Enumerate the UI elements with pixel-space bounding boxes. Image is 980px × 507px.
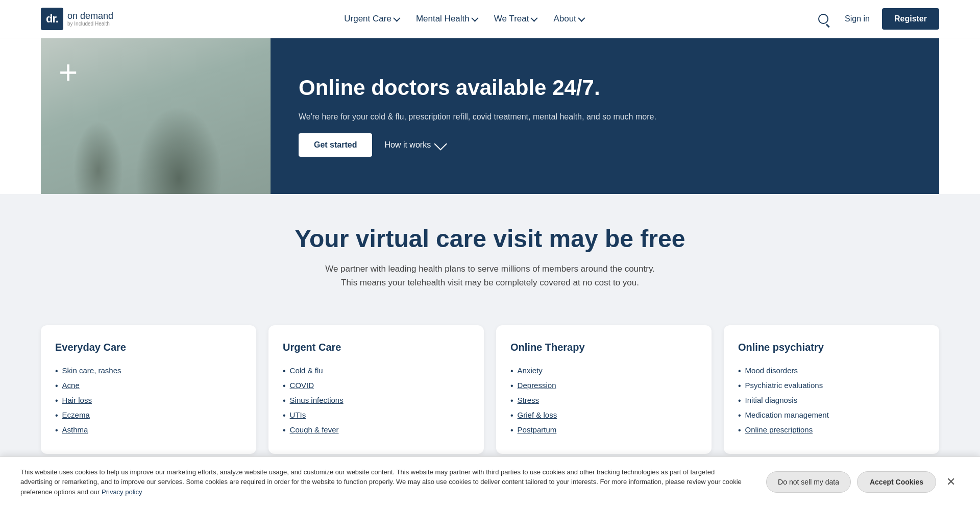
register-button[interactable]: Register — [882, 8, 939, 30]
hero-actions: Get started How it works — [299, 133, 911, 157]
logo[interactable]: dr. on demand by Included Health — [41, 8, 113, 30]
list-item: Mood disorders — [738, 364, 925, 378]
everyday-care-title: Everyday Care — [55, 342, 242, 353]
list-item: Stress — [510, 393, 697, 408]
urgent-care-chevron-icon — [393, 15, 400, 22]
list-item: Sinus infections — [283, 393, 470, 408]
cookie-banner: This website uses cookies to help us imp… — [0, 456, 980, 485]
urgent-care-list: Cold & flu COVID Sinus infections UTIs C… — [283, 364, 470, 438]
list-item: Asthma — [55, 423, 242, 438]
urgent-care-card-title: Urgent Care — [283, 342, 470, 353]
how-it-works-label: How it works — [384, 140, 431, 150]
online-psychiatry-list: Mood disorders Psychiatric evaluations I… — [738, 364, 925, 438]
online-therapy-title: Online Therapy — [510, 342, 697, 353]
cookie-actions: Do not sell my data Accept Cookies ✕ — [766, 471, 960, 485]
online-prescriptions-link[interactable]: Online prescriptions — [745, 425, 813, 434]
accept-cookies-button[interactable]: Accept Cookies — [857, 471, 936, 485]
nav-we-treat[interactable]: We Treat — [487, 10, 544, 28]
stress-link[interactable]: Stress — [518, 396, 540, 404]
list-item: Anxiety — [510, 364, 697, 378]
mental-health-chevron-icon — [471, 15, 478, 22]
logo-on-demand: on demand — [67, 11, 113, 21]
list-item: Grief & loss — [510, 408, 697, 423]
cough-fever-link[interactable]: Cough & fever — [290, 425, 339, 434]
online-therapy-card: Online Therapy Anxiety Depression Stress… — [496, 325, 712, 454]
depression-link[interactable]: Depression — [518, 381, 556, 390]
hero-title: Online doctors available 24/7. — [299, 76, 911, 100]
hero-plus-icon: + — [59, 56, 78, 89]
list-item: Cough & fever — [283, 423, 470, 438]
list-item: Eczema — [55, 408, 242, 423]
logo-icon: dr. — [41, 8, 63, 30]
list-item: Medication management — [738, 408, 925, 423]
grief-loss-link[interactable]: Grief & loss — [518, 411, 557, 419]
list-item: UTIs — [283, 408, 470, 423]
nav-urgent-care[interactable]: Urgent Care — [337, 10, 406, 28]
online-psychiatry-card: Online psychiatry Mood disorders Psychia… — [724, 325, 939, 454]
do-not-sell-button[interactable]: Do not sell my data — [766, 471, 851, 485]
sinus-link[interactable]: Sinus infections — [290, 396, 344, 404]
virtual-care-section: Your virtual care visit may be free We p… — [0, 194, 980, 310]
hero-content: Online doctors available 24/7. We're her… — [271, 38, 939, 194]
utis-link[interactable]: UTIs — [290, 411, 306, 419]
acne-link[interactable]: Acne — [62, 381, 80, 390]
everyday-care-list: Skin care, rashes Acne Hair loss Eczema … — [55, 364, 242, 438]
list-item: Depression — [510, 378, 697, 393]
header-actions: Sign in Register — [814, 8, 939, 30]
search-button[interactable] — [814, 10, 832, 28]
how-it-works-link[interactable]: How it works — [384, 140, 444, 150]
hero-subtitle: We're here for your cold & flu, prescrip… — [299, 111, 911, 123]
hero-section: + Online doctors available 24/7. We're h… — [41, 38, 939, 194]
signin-button[interactable]: Sign in — [839, 10, 876, 28]
site-header: dr. on demand by Included Health Urgent … — [0, 0, 980, 38]
virtual-care-title: Your virtual care visit may be free — [41, 225, 939, 253]
list-item: Online prescriptions — [738, 423, 925, 438]
main-nav: Urgent Care Mental Health We Treat About — [337, 10, 591, 28]
cold-flu-link[interactable]: Cold & flu — [290, 366, 323, 375]
logo-by-line: by Included Health — [67, 21, 113, 27]
about-chevron-icon — [578, 15, 585, 22]
list-item: Acne — [55, 378, 242, 393]
virtual-care-subtitle-1: We partner with leading health plans to … — [41, 262, 939, 276]
everyday-care-card: Everyday Care Skin care, rashes Acne Hai… — [41, 325, 256, 454]
list-item: Hair loss — [55, 393, 242, 408]
hair-loss-link[interactable]: Hair loss — [62, 396, 92, 404]
list-item: COVID — [283, 378, 470, 393]
eczema-link[interactable]: Eczema — [62, 411, 90, 419]
nav-about-label: About — [553, 14, 576, 24]
anxiety-link[interactable]: Anxiety — [518, 366, 543, 375]
cookie-text: This website uses cookies to help us imp… — [20, 467, 746, 485]
cookie-message: This website uses cookies to help us imp… — [20, 468, 742, 485]
nav-we-treat-label: We Treat — [494, 14, 529, 24]
nav-about[interactable]: About — [546, 10, 590, 28]
list-item: Skin care, rashes — [55, 364, 242, 378]
get-started-button[interactable]: Get started — [299, 133, 372, 157]
hero-image: + — [41, 38, 271, 194]
close-icon: ✕ — [946, 475, 955, 485]
asthma-link[interactable]: Asthma — [62, 425, 88, 434]
nav-mental-health[interactable]: Mental Health — [409, 10, 484, 28]
virtual-care-subtitle-2: This means your telehealth visit may be … — [41, 276, 939, 289]
online-therapy-list: Anxiety Depression Stress Grief & loss P… — [510, 364, 697, 438]
postpartum-link[interactable]: Postpartum — [518, 425, 557, 434]
list-item: Postpartum — [510, 423, 697, 438]
nav-mental-health-label: Mental Health — [416, 14, 470, 24]
search-icon — [818, 14, 828, 24]
online-psychiatry-title: Online psychiatry — [738, 342, 925, 353]
close-cookie-banner-button[interactable]: ✕ — [942, 474, 960, 485]
list-item: Cold & flu — [283, 364, 470, 378]
down-arrow-icon — [434, 137, 447, 150]
urgent-care-card: Urgent Care Cold & flu COVID Sinus infec… — [268, 325, 484, 454]
list-item: Psychiatric evaluations — [738, 378, 925, 393]
covid-link[interactable]: COVID — [290, 381, 314, 390]
nav-urgent-care-label: Urgent Care — [344, 14, 391, 24]
skin-care-link[interactable]: Skin care, rashes — [62, 366, 121, 375]
list-item: Initial diagnosis — [738, 393, 925, 408]
we-treat-chevron-icon — [531, 15, 538, 22]
